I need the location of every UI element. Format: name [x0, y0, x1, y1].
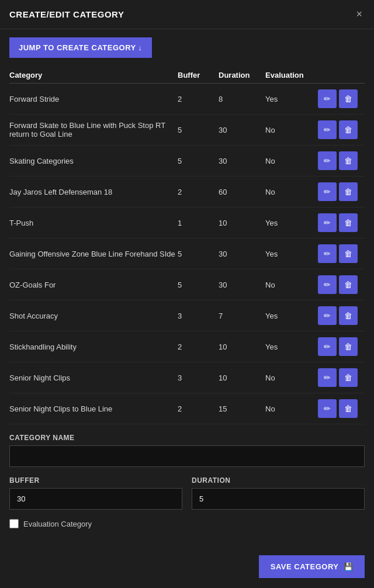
- table-row: OZ-Goals For 5 30 No ✏ 🗑: [9, 269, 365, 300]
- buffer-label: BUFFER: [9, 476, 182, 485]
- row-evaluation: No: [265, 126, 318, 134]
- row-evaluation: No: [265, 188, 318, 196]
- row-buffer: 3: [178, 312, 219, 320]
- modal-title: CREATE/EDIT CATEGORY: [9, 9, 124, 19]
- row-buffer: 2: [178, 404, 219, 413]
- table-row: Senior Night Clips 3 10 No ✏ 🗑: [9, 362, 365, 393]
- edit-row-button[interactable]: ✏: [318, 244, 337, 263]
- delete-row-button[interactable]: 🗑: [339, 399, 358, 418]
- row-buffer: 5: [178, 250, 219, 258]
- create-category-form: CATEGORY NAME BUFFER DURATION Evaluation…: [9, 434, 365, 528]
- row-evaluation: Yes: [265, 250, 318, 258]
- evaluation-checkbox[interactable]: [9, 519, 19, 528]
- delete-row-button[interactable]: 🗑: [339, 151, 358, 170]
- row-duration: 30: [219, 157, 265, 165]
- row-duration: 30: [219, 250, 265, 258]
- row-duration: 10: [219, 343, 265, 351]
- delete-row-button[interactable]: 🗑: [339, 182, 358, 201]
- col-header-duration: Duration: [219, 71, 265, 79]
- delete-row-button[interactable]: 🗑: [339, 120, 358, 139]
- delete-row-button[interactable]: 🗑: [339, 213, 358, 232]
- row-category: OZ-Goals For: [9, 281, 178, 289]
- table-row: Jay Jaros Left Defenseman 18 2 60 No ✏ 🗑: [9, 177, 365, 207]
- jump-to-create-button[interactable]: JUMP TO CREATE CATEGORY ↓: [9, 37, 152, 58]
- table-row: Forward Skate to Blue Line with Puck Sto…: [9, 115, 365, 146]
- edit-row-button[interactable]: ✏: [318, 337, 337, 356]
- table-rows: Forward Stride 2 8 Yes ✏ 🗑 Forward Skate…: [9, 84, 365, 424]
- row-category: Stickhandling Ability: [9, 343, 178, 351]
- row-category: Senior Night Clips to Blue Line: [9, 404, 178, 413]
- row-actions: ✏ 🗑: [318, 244, 365, 263]
- row-actions: ✏ 🗑: [318, 368, 365, 387]
- row-actions: ✏ 🗑: [318, 399, 365, 418]
- row-duration: 8: [219, 95, 265, 103]
- row-buffer: 2: [178, 95, 219, 103]
- edit-row-button[interactable]: ✏: [318, 182, 337, 201]
- table-row: Stickhandling Ability 2 10 Yes ✏ 🗑: [9, 331, 365, 362]
- row-actions: ✏ 🗑: [318, 337, 365, 356]
- row-category: T-Push: [9, 219, 178, 227]
- delete-row-button[interactable]: 🗑: [339, 244, 358, 263]
- edit-row-button[interactable]: ✏: [318, 151, 337, 170]
- row-buffer: 2: [178, 188, 219, 196]
- delete-row-button[interactable]: 🗑: [339, 368, 358, 387]
- row-category: Forward Skate to Blue Line with Puck Sto…: [9, 121, 178, 139]
- category-name-input[interactable]: [9, 445, 365, 467]
- edit-row-button[interactable]: ✏: [318, 89, 337, 108]
- row-duration: 15: [219, 404, 265, 413]
- close-button[interactable]: ×: [354, 8, 365, 20]
- table-header: Category Buffer Duration Evaluation: [9, 67, 365, 84]
- row-evaluation: Yes: [265, 343, 318, 351]
- delete-row-button[interactable]: 🗑: [339, 275, 358, 294]
- row-duration: 10: [219, 219, 265, 227]
- delete-row-button[interactable]: 🗑: [339, 89, 358, 108]
- edit-row-button[interactable]: ✏: [318, 306, 337, 325]
- row-actions: ✏ 🗑: [318, 213, 365, 232]
- table-row: T-Push 1 10 Yes ✏ 🗑: [9, 207, 365, 238]
- row-actions: ✏ 🗑: [318, 120, 365, 139]
- delete-row-button[interactable]: 🗑: [339, 337, 358, 356]
- modal-body: JUMP TO CREATE CATEGORY ↓ Category Buffe…: [0, 29, 374, 537]
- row-buffer: 5: [178, 126, 219, 134]
- row-actions: ✏ 🗑: [318, 89, 365, 108]
- row-evaluation: No: [265, 157, 318, 165]
- save-category-button[interactable]: SAVE CATEGORY 💾: [259, 555, 365, 578]
- buffer-input[interactable]: [9, 488, 182, 510]
- row-duration: 30: [219, 126, 265, 134]
- evaluation-checkbox-row: Evaluation Category: [9, 519, 365, 528]
- row-actions: ✏ 🗑: [318, 306, 365, 325]
- modal-container: CREATE/EDIT CATEGORY × JUMP TO CREATE CA…: [0, 0, 374, 588]
- row-buffer: 1: [178, 219, 219, 227]
- row-evaluation: Yes: [265, 312, 318, 320]
- table-row: Senior Night Clips to Blue Line 2 15 No …: [9, 393, 365, 424]
- row-duration: 60: [219, 188, 265, 196]
- buffer-duration-row: BUFFER DURATION: [9, 476, 365, 510]
- edit-row-button[interactable]: ✏: [318, 399, 337, 418]
- modal-header: CREATE/EDIT CATEGORY ×: [0, 0, 374, 29]
- col-header-category: Category: [9, 71, 178, 79]
- modal-footer: SAVE CATEGORY 💾: [0, 546, 374, 587]
- col-header-actions: [318, 71, 365, 79]
- row-category: Shot Accuracy: [9, 312, 178, 320]
- duration-input[interactable]: [192, 488, 365, 510]
- edit-row-button[interactable]: ✏: [318, 213, 337, 232]
- row-buffer: 5: [178, 281, 219, 289]
- row-evaluation: No: [265, 373, 318, 382]
- row-duration: 7: [219, 312, 265, 320]
- table-row: Gaining Offensive Zone Blue Line Forehan…: [9, 238, 365, 269]
- delete-row-button[interactable]: 🗑: [339, 306, 358, 325]
- edit-row-button[interactable]: ✏: [318, 368, 337, 387]
- row-evaluation: No: [265, 281, 318, 289]
- col-header-evaluation: Evaluation: [265, 71, 318, 79]
- row-category: Forward Stride: [9, 95, 178, 103]
- row-buffer: 3: [178, 373, 219, 382]
- row-evaluation: Yes: [265, 95, 318, 103]
- row-actions: ✏ 🗑: [318, 151, 365, 170]
- row-buffer: 5: [178, 157, 219, 165]
- edit-row-button[interactable]: ✏: [318, 120, 337, 139]
- row-category: Senior Night Clips: [9, 373, 178, 382]
- evaluation-checkbox-label: Evaluation Category: [23, 520, 92, 528]
- edit-row-button[interactable]: ✏: [318, 275, 337, 294]
- row-evaluation: No: [265, 404, 318, 413]
- row-category: Gaining Offensive Zone Blue Line Forehan…: [9, 250, 178, 258]
